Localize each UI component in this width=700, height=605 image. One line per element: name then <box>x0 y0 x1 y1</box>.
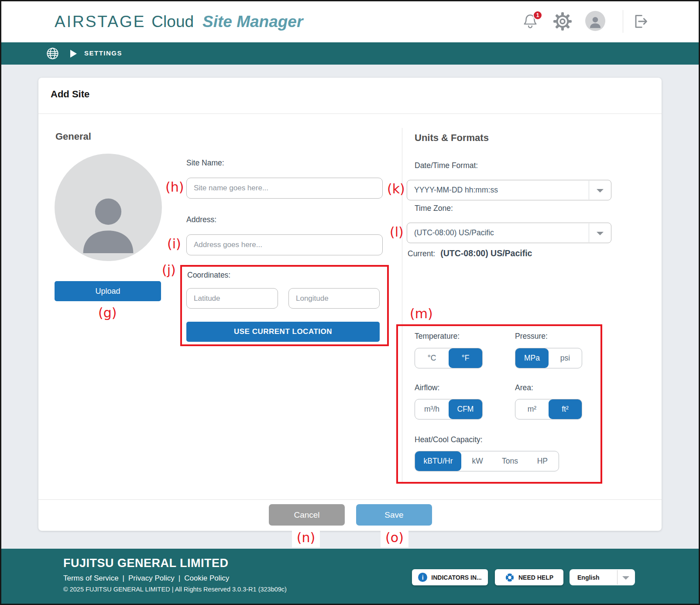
page-title: Add Site <box>51 89 89 100</box>
user-menu-button[interactable] <box>585 11 605 31</box>
need-help-button[interactable]: NEED HELP <box>495 569 563 585</box>
airflow-toggle: m³/h CFM <box>415 399 483 419</box>
pressure-option-mpa[interactable]: MPa <box>515 348 549 368</box>
brand-airstage: AIRSTAGE <box>55 13 145 31</box>
annotation-o: (o) <box>385 530 404 545</box>
annotation-n: (n) <box>297 530 315 545</box>
units-section-title: Units & Formats <box>415 132 489 144</box>
heatcool-capacity-toggle: kBTU/Hr kW Tons HP <box>415 451 559 471</box>
notifications-button[interactable]: 1 <box>522 13 539 32</box>
select-divider <box>589 223 589 242</box>
datetime-format-label: Date/Time Format: <box>415 161 478 170</box>
airflow-option-cfm[interactable]: CFM <box>449 399 482 419</box>
chevron-down-icon <box>622 576 629 580</box>
logout-button[interactable] <box>631 13 649 32</box>
area-option-ft2[interactable]: ft² <box>549 399 582 419</box>
cancel-button[interactable]: Cancel <box>269 504 345 526</box>
timezone-select[interactable]: (UTC-08:00) US/Pacific <box>407 223 611 243</box>
annotation-i: (i) <box>167 236 181 251</box>
annotation-l: (l) <box>390 224 404 240</box>
upload-button[interactable]: Upload <box>55 281 161 301</box>
indicators-info-button[interactable]: i INDICATORS IN... <box>412 569 488 585</box>
header-divider <box>623 10 623 33</box>
indicators-button-label: INDICATORS IN... <box>431 574 481 581</box>
temperature-toggle: °C °F <box>415 348 483 368</box>
latitude-input[interactable] <box>186 288 278 309</box>
use-current-location-button[interactable]: USE CURRENT LOCATION <box>186 322 380 342</box>
address-input[interactable] <box>186 234 383 255</box>
capacity-option-kw[interactable]: kW <box>461 451 494 471</box>
product-title: Site Manager <box>202 13 303 31</box>
temperature-option-f[interactable]: °F <box>449 348 482 368</box>
airflow-label: Airflow: <box>415 383 439 392</box>
brand-cloud: Cloud <box>151 13 194 31</box>
language-value: English <box>577 574 600 581</box>
site-name-input[interactable] <box>186 178 383 199</box>
area-label: Area: <box>515 383 533 392</box>
general-section-title: General <box>55 131 91 142</box>
app-header: AIRSTAGE Cloud Site Manager 1 <box>1 1 699 42</box>
area-toggle: m² ft² <box>515 399 582 419</box>
footer-copyright: © 2025 FUJITSU GENERAL LIMITED | All Rig… <box>63 586 287 593</box>
site-image-placeholder <box>55 154 162 261</box>
bell-icon <box>522 24 539 31</box>
save-button[interactable]: Save <box>356 504 432 526</box>
cookie-policy-link[interactable]: Cookie Policy <box>184 574 229 583</box>
heatcool-capacity-label: Heat/Cool Capacity: <box>415 435 483 444</box>
title-divider <box>38 113 662 114</box>
breadcrumb-settings[interactable]: SETTINGS <box>84 49 122 57</box>
address-label: Address: <box>186 215 216 224</box>
chevron-down-icon <box>597 189 604 192</box>
link-separator: | <box>123 574 124 583</box>
temperature-label: Temperature: <box>415 332 460 341</box>
select-divider <box>589 181 589 199</box>
globe-icon[interactable] <box>46 47 59 62</box>
info-icon: i <box>418 573 427 582</box>
timezone-label: Time Zone: <box>415 204 453 213</box>
terms-of-service-link[interactable]: Terms of Service <box>63 574 119 583</box>
actions-divider <box>38 499 662 500</box>
annotation-j: (j) <box>162 262 176 278</box>
pressure-option-psi[interactable]: psi <box>549 348 582 368</box>
annotation-k: (k) <box>387 181 405 196</box>
temperature-option-c[interactable]: °C <box>415 348 449 368</box>
area-option-m2[interactable]: m² <box>515 399 549 419</box>
language-select[interactable]: English <box>570 569 635 585</box>
person-icon <box>72 186 145 261</box>
capacity-option-kbtuhr[interactable]: kBTU/Hr <box>415 451 461 471</box>
current-label: Current: <box>408 249 435 258</box>
chevron-down-icon <box>597 232 604 235</box>
annotation-n-chip: (n) <box>292 530 320 547</box>
current-timezone-value: (UTC-08:00) US/Pacific <box>440 248 532 258</box>
datetime-format-select[interactable]: YYYY-MM-DD hh:mm:ss <box>407 180 611 200</box>
notification-badge: 1 <box>533 10 542 20</box>
settings-button[interactable] <box>553 12 572 33</box>
annotation-h: (h) <box>165 179 184 195</box>
gear-icon <box>553 25 572 32</box>
pressure-toggle: MPa psi <box>515 348 582 368</box>
site-name-label: Site Name: <box>186 158 224 168</box>
privacy-policy-link[interactable]: Privacy Policy <box>128 574 175 583</box>
breadcrumb-arrow-icon <box>70 50 77 58</box>
datetime-format-value: YYYY-MM-DD hh:mm:ss <box>414 186 498 195</box>
longitude-input[interactable] <box>288 288 380 309</box>
logout-icon <box>631 24 649 31</box>
annotation-o-chip: (o) <box>381 530 408 547</box>
breadcrumb: SETTINGS <box>1 42 699 65</box>
capacity-option-tons[interactable]: Tons <box>494 451 526 471</box>
app-footer: FUJITSU GENERAL LIMITED Terms of Service… <box>1 549 699 604</box>
need-help-button-label: NEED HELP <box>518 574 553 581</box>
coordinates-label: Coordinates: <box>187 271 230 280</box>
annotation-g: (g) <box>98 305 117 320</box>
current-timezone-row: Current: (UTC-08:00) US/Pacific <box>408 248 532 258</box>
airflow-option-m3h[interactable]: m³/h <box>415 399 449 419</box>
footer-links: Terms of Service | Privacy Policy | Cook… <box>63 574 229 583</box>
user-avatar-icon <box>588 14 603 31</box>
pressure-label: Pressure: <box>515 332 548 341</box>
footer-company: FUJITSU GENERAL LIMITED <box>63 557 229 570</box>
link-separator: | <box>178 574 180 583</box>
capacity-option-hp[interactable]: HP <box>526 451 559 471</box>
select-divider <box>617 570 618 584</box>
lifebuoy-icon <box>505 573 515 582</box>
annotation-m: (m) <box>410 306 433 321</box>
